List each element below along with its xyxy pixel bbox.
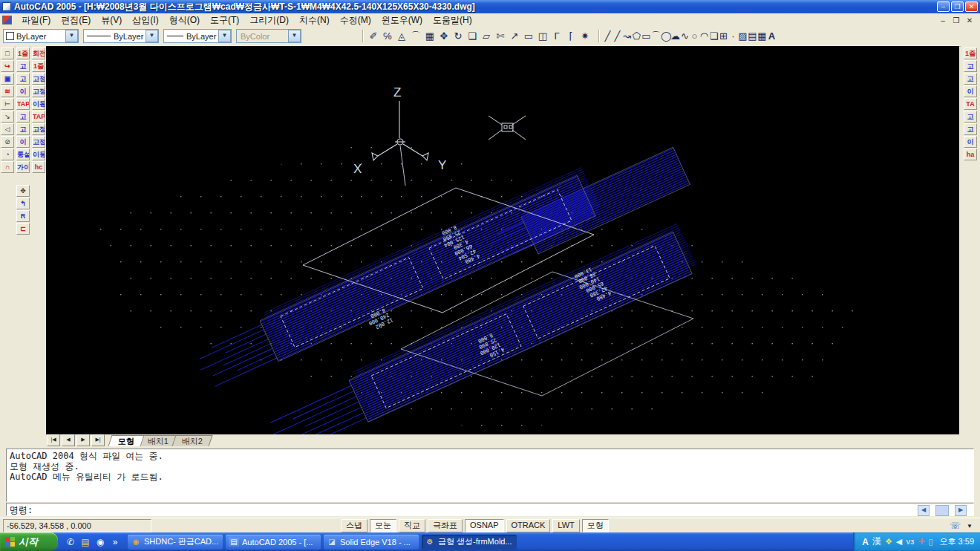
redo-r-button[interactable]: R: [16, 210, 30, 222]
offset-icon[interactable]: ⌒: [409, 29, 422, 43]
ime-hanja-indicator[interactable]: 漢: [872, 535, 881, 548]
break-point-icon[interactable]: ▭: [522, 29, 535, 43]
child-restore-button[interactable]: ❐: [952, 16, 961, 25]
quick-launch-icon-1[interactable]: ✆: [65, 537, 76, 547]
ortho-toggle[interactable]: 직교: [399, 519, 425, 532]
line-icon[interactable]: ╱: [603, 29, 612, 43]
command-hscrollbar[interactable]: ◀ ▶: [918, 505, 967, 515]
new-icon[interactable]: □: [1, 48, 14, 59]
scale-icon[interactable]: ❏: [466, 29, 479, 43]
pan-icon[interactable]: ✥: [16, 185, 30, 197]
dim-radius-icon[interactable]: ◔: [1, 149, 14, 160]
point-icon[interactable]: ·: [728, 29, 738, 43]
macro-yi-button[interactable]: 이: [964, 136, 977, 148]
menu-tools[interactable]: 도구(T): [205, 13, 244, 27]
tab-model[interactable]: 모형: [108, 435, 145, 446]
tray-icon-4[interactable]: ✚: [918, 537, 924, 547]
macro-hc-button[interactable]: ha: [964, 149, 977, 160]
menu-dimension[interactable]: 치수(N): [294, 13, 335, 27]
polar-toggle[interactable]: 극좌표: [428, 519, 463, 532]
stretch-icon[interactable]: ▱: [480, 29, 493, 43]
polyline-icon[interactable]: ↝: [622, 29, 632, 43]
start-button[interactable]: 시작: [0, 532, 58, 551]
fillet-icon[interactable]: ⌈: [564, 29, 578, 43]
macro-fix-button[interactable]: 고정: [32, 136, 45, 148]
arc-icon[interactable]: ⌒: [651, 29, 661, 43]
macro-yi-button[interactable]: 이: [964, 85, 977, 97]
task-solidedge[interactable]: ◪ Solid Edge V18 - ...: [324, 535, 419, 550]
otrack-toggle[interactable]: OTRACK: [506, 519, 551, 532]
table-icon[interactable]: ▦: [757, 29, 767, 43]
tab-next-button[interactable]: ▶: [76, 434, 90, 446]
lineweight-combo[interactable]: ByLayer ▼: [163, 29, 232, 43]
macro-1line-button[interactable]: 1줄: [964, 48, 977, 59]
plot-icon[interactable]: ≋: [1, 85, 14, 97]
construction-line-icon[interactable]: ╱: [612, 29, 622, 43]
tray-icon-v3-antivirus[interactable]: V3: [906, 538, 914, 546]
macro-go-button[interactable]: 고: [964, 73, 977, 85]
menu-modify[interactable]: 수정(M): [335, 13, 376, 27]
text-icon[interactable]: A: [767, 29, 777, 43]
tray-icon-5[interactable]: ▯: [928, 537, 932, 547]
macro-tap-button[interactable]: TA: [964, 98, 977, 110]
polygon-icon[interactable]: ⬠: [632, 29, 641, 43]
color-combo[interactable]: ByLayer ▼: [3, 29, 79, 43]
osnap-toggle[interactable]: OSNAP: [465, 519, 504, 532]
spline-icon[interactable]: ∿: [680, 29, 690, 43]
quick-launch-chevron-icon[interactable]: »: [110, 537, 120, 547]
macro-1line-button[interactable]: 1줄: [16, 48, 30, 59]
close-button[interactable]: ✕: [965, 1, 978, 12]
make-block-icon[interactable]: ⊞: [719, 29, 728, 43]
macro-fix-button[interactable]: 고정: [32, 123, 45, 135]
menu-format[interactable]: 형식(O): [164, 13, 205, 27]
copy-icon[interactable]: ℅: [381, 29, 394, 43]
macro-go-button[interactable]: 고: [16, 60, 30, 72]
task-shdnc[interactable]: ◉ SHDNC- 판금CAD...: [128, 535, 223, 550]
tab-last-button[interactable]: ▶|: [91, 434, 105, 446]
menu-help[interactable]: 도움말(H): [428, 13, 477, 27]
dim-angular-icon[interactable]: ◁: [1, 123, 14, 135]
child-minimize-button[interactable]: –: [938, 16, 947, 25]
ellipse-arc-icon[interactable]: ◠: [699, 29, 709, 43]
region-icon[interactable]: ▤: [748, 29, 757, 43]
macro-go-button[interactable]: 고: [964, 60, 977, 72]
move-icon[interactable]: ✥: [437, 29, 451, 43]
macro-yi-button[interactable]: 이: [16, 136, 30, 148]
tab-layout2[interactable]: 배치2: [172, 435, 213, 446]
insert-block-icon[interactable]: ❏: [709, 29, 719, 43]
macro-hc-button[interactable]: hc: [32, 161, 45, 173]
status-menu-arrow-icon[interactable]: ▼: [967, 523, 973, 529]
menu-file[interactable]: 파일(F): [16, 13, 56, 27]
break-icon[interactable]: ◫: [536, 29, 549, 43]
quick-launch-icon-3[interactable]: ◉: [95, 537, 105, 547]
command-prompt[interactable]: 명령:: [6, 503, 974, 516]
macro-go-button[interactable]: 고: [16, 111, 30, 123]
macro-yi-button[interactable]: 이: [16, 85, 30, 97]
drawing-canvas[interactable]: Z X Y 4.480 42.504 66.000 4.380 125.004 …: [46, 46, 959, 434]
linetype-combo[interactable]: ByLayer ▼: [83, 29, 159, 43]
rotate-icon[interactable]: ↻: [451, 29, 465, 43]
scroll-right-icon[interactable]: ▶: [955, 505, 967, 516]
macro-bracket-button[interactable]: ⊏: [16, 223, 30, 235]
dim-diameter-icon[interactable]: ⊘: [1, 136, 14, 148]
snap-toggle[interactable]: 스냅: [341, 519, 368, 532]
macro-tongseol-button[interactable]: 통설: [16, 149, 30, 160]
macro-go-button[interactable]: 고: [964, 111, 977, 123]
dim-linear-icon[interactable]: ⊢: [1, 98, 14, 110]
command-history[interactable]: AutoCAD 2004 형식 파일 여는 중. 모형 재생성 중. AutoC…: [6, 449, 974, 502]
macro-1line-button[interactable]: 1줄: [32, 60, 45, 72]
dim-aligned-icon[interactable]: ↘: [1, 111, 14, 123]
communication-center-icon[interactable]: ☏: [950, 521, 961, 531]
chamfer-icon[interactable]: Γ: [550, 29, 564, 43]
extend-icon[interactable]: ↗: [508, 29, 521, 43]
macro-tap-button[interactable]: TAP: [32, 111, 45, 123]
macro-go-button[interactable]: 고: [964, 123, 977, 135]
child-close-button[interactable]: ✕: [965, 16, 974, 25]
macro-fix-button[interactable]: 고정: [32, 73, 45, 85]
menu-insert[interactable]: 삽입(I): [127, 13, 163, 27]
hatch-icon[interactable]: ▨: [738, 29, 748, 43]
task-autocad[interactable]: ▤ AutoCAD 2005 - [...: [226, 535, 321, 550]
explode-icon[interactable]: ✷: [578, 29, 592, 43]
macro-tap-button[interactable]: TAP: [16, 98, 30, 110]
tab-prev-button[interactable]: ◀: [62, 434, 75, 446]
